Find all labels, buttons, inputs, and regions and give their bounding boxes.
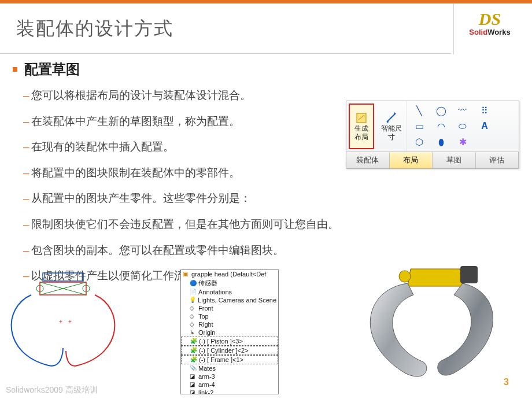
footer-text: Solidworks2009 高级培训 [6, 385, 98, 396]
square-bullet-icon [13, 67, 17, 72]
dimension-icon [385, 112, 398, 124]
blank-icon [496, 104, 516, 117]
tree-row[interactable]: ◇Right [181, 320, 278, 328]
tree-row[interactable]: ◪arm-3 [181, 372, 278, 380]
header-divider [0, 53, 451, 54]
blank-icon [496, 135, 516, 149]
tree-item-icon: ↳ [190, 329, 197, 336]
section-heading: 配置草图 [24, 60, 80, 79]
blank-icon [496, 119, 516, 133]
dash-icon: – [23, 139, 31, 155]
line-icon[interactable]: ╲ [409, 104, 430, 117]
circle-icon[interactable]: ◯ [431, 104, 452, 117]
tree-item-label: Front [198, 305, 213, 312]
tree-item-label: 传感器 [198, 279, 217, 287]
dash-icon: – [23, 165, 31, 181]
svg-rect-1 [43, 273, 83, 281]
tree-item-icon: ◪ [190, 389, 197, 394]
tree-item-label: Annotations [198, 289, 232, 295]
brand-logo: DS SolidWorks [458, 10, 522, 36]
tree-row[interactable]: 🧩(-) [ Frame ]<1> [181, 355, 278, 364]
tree-row[interactable]: 🔵传感器 [181, 278, 278, 288]
text-icon[interactable]: A [475, 119, 495, 133]
logo-works: Works [487, 28, 511, 36]
tree-row[interactable]: 🧩(-) [ Piston ]<3> [181, 337, 278, 346]
tree-row[interactable]: ◪arm-4 [181, 380, 278, 389]
polygon-icon[interactable]: ⬡ [409, 135, 430, 149]
bullet-text: 包含图块的副本。您可以在配置或零件中编辑图块。 [31, 243, 284, 258]
tab-evaluate[interactable]: 评估 [476, 152, 519, 168]
tree-row[interactable]: 📎Mates [181, 364, 278, 372]
svg-point-10 [399, 271, 411, 282]
tree-item-icon: ◪ [190, 381, 197, 388]
tree-item-icon: 📎 [190, 365, 197, 372]
svg-text:+: + [59, 319, 62, 325]
tree-item-icon: ◇ [190, 305, 197, 312]
dash-icon: – [23, 217, 31, 232]
bullet-text: 您可以将根据布局的设计与装配体设计混合。 [31, 88, 251, 104]
tree-row[interactable]: ↳Origin [181, 328, 278, 337]
ellipse-icon[interactable]: ⬭ [453, 119, 473, 133]
tree-item-label: Top [198, 313, 209, 320]
bullet-text: 将配置中的图块限制在装配体中的零部件。 [31, 165, 240, 181]
tree-item-label: Mates [198, 365, 216, 372]
slide-title: 装配体的设计方式 [16, 16, 173, 42]
tree-item-icon: ◪ [190, 373, 197, 380]
tree-item-icon: 📄 [190, 289, 197, 295]
arc-icon[interactable]: ◠ [431, 119, 452, 133]
dash-icon: – [23, 243, 31, 258]
tab-sketch[interactable]: 草图 [433, 152, 476, 168]
smart-dimension-button[interactable]: 智能尺 寸 [376, 101, 407, 152]
logo-solid: Solid [469, 28, 487, 36]
tree-item-label: (-) [ Cylinder ]<2> [199, 347, 249, 354]
toolbar-icons-row: 生成 布局 智能尺 寸 ╲ ◯ 〰 ⠿ ▭ ◠ ⬭ A ⬡ ⬮ ✱ [346, 101, 519, 152]
tree-item-label: Lights, Cameras and Scene [198, 297, 276, 304]
tree-row[interactable]: 📄Annotations [181, 288, 278, 296]
tree-row[interactable]: ◇Top [181, 312, 278, 320]
layout-sketch-figure: + + [8, 267, 118, 371]
tree-item-icon: 🧩 [190, 347, 197, 354]
slide-header: 装配体的设计方式 [0, 3, 532, 54]
tree-row[interactable]: 🧩(-) [ Cylinder ]<2> [181, 346, 278, 355]
bullet-item: –限制图块使它们不会违反配置，但是在其他方面则可让您自由。 [23, 217, 519, 232]
tree-item-label: Right [198, 321, 213, 328]
blank-icon [475, 135, 495, 149]
layout-icon [355, 112, 368, 124]
grapple-render-figure [347, 243, 509, 387]
bullet-text: 在装配体中产生新的草图類型，称为配置。 [31, 114, 240, 130]
tree-item-label: arm-4 [198, 381, 215, 388]
rectangle-icon[interactable]: ▭ [409, 119, 430, 133]
pattern-icon[interactable]: ⠿ [475, 104, 495, 117]
spline-icon[interactable]: 〰 [453, 104, 473, 117]
tree-item-label: arm-3 [198, 373, 215, 380]
slot-icon[interactable]: ⬮ [431, 135, 452, 149]
tree-item-icon: 🧩 [190, 356, 197, 363]
tree-item-label: link-2 [198, 389, 213, 394]
tree-root[interactable]: ▣ grapple head (Default<Def [181, 270, 278, 278]
tree-item-icon: 🔵 [190, 280, 197, 287]
tree-row[interactable]: ◪link-2 [181, 389, 278, 394]
dash-icon: – [23, 191, 31, 206]
svg-rect-9 [460, 266, 478, 283]
smart-dimension-label: 智能尺 寸 [381, 124, 402, 141]
section-heading-row: 配置草图 [13, 60, 519, 79]
point-icon[interactable]: ✱ [453, 135, 473, 149]
svg-text:+: + [68, 319, 72, 325]
tree-row[interactable]: 💡Lights, Cameras and Scene [181, 296, 278, 304]
toolbar-screenshot: 生成 布局 智能尺 寸 ╲ ◯ 〰 ⠿ ▭ ◠ ⬭ A ⬡ ⬮ ✱ [346, 101, 519, 169]
logo-ds-script: DS [458, 10, 522, 28]
tree-item-icon: 💡 [189, 297, 196, 304]
header-vertical-divider [453, 3, 454, 54]
tree-item-icon: ◇ [190, 313, 197, 320]
assembly-icon: ▣ [183, 271, 190, 278]
tab-layout[interactable]: 布局 [390, 152, 433, 168]
create-layout-button[interactable]: 生成 布局 [349, 104, 374, 149]
tab-assembly[interactable]: 装配体 [346, 152, 390, 168]
tree-item-icon: 🧩 [190, 338, 197, 345]
dash-icon: – [23, 88, 31, 104]
bullet-text: 在现有的装配体中插入配置。 [31, 139, 174, 155]
svg-rect-0 [357, 113, 366, 123]
tree-item-label: (-) [ Piston ]<3> [199, 338, 243, 345]
dash-icon: – [23, 114, 31, 130]
tree-row[interactable]: ◇Front [181, 304, 278, 312]
